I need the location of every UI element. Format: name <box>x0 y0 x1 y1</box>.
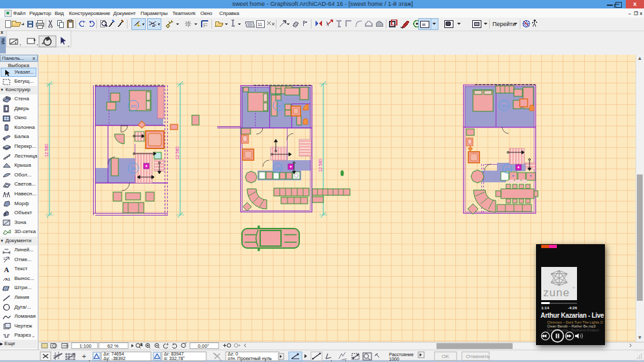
svg-text:1:100: 1:100 <box>79 343 92 349</box>
svg-text:0,00°: 0,00° <box>198 343 209 349</box>
svg-text:Δy: -38392: Δy: -38392 <box>103 356 126 361</box>
svg-text:,: , <box>345 355 347 362</box>
svg-text:,: , <box>20 40 21 46</box>
svg-text:A1: A1 <box>5 277 10 281</box>
svg-text:304: 304 <box>130 167 136 171</box>
svg-text:303: 303 <box>130 104 136 108</box>
svg-text:304: 304 <box>275 167 280 171</box>
svg-text:Отменить: Отменить <box>466 354 490 359</box>
svg-text:Перейти: Перейти <box>492 21 516 27</box>
svg-text:Arthur Kazarian - Live 1: Arthur Kazarian - Live 1 <box>541 312 605 319</box>
svg-text:12 560: 12 560 <box>44 144 49 157</box>
svg-text:303: 303 <box>275 104 281 108</box>
svg-text:Расстояние: Расстояние <box>389 352 414 357</box>
svg-text:11: 11 <box>258 22 262 27</box>
svg-text:zune: zune <box>543 286 570 299</box>
svg-text:A: A <box>4 266 9 273</box>
svg-text:Δr: 83947: Δr: 83947 <box>164 352 183 356</box>
svg-text:+: + <box>82 352 86 360</box>
svg-text:,: , <box>68 41 70 48</box>
svg-text:,: , <box>88 355 90 362</box>
svg-text:12 560: 12 560 <box>175 146 180 160</box>
svg-text:™: ™ <box>572 286 575 290</box>
svg-text:,: , <box>330 355 332 362</box>
svg-text:62 %: 62 % <box>107 343 118 349</box>
svg-text:α: 332,78°: α: 332,78° <box>164 356 185 361</box>
svg-text:,: , <box>36 40 38 46</box>
svg-text:-4:26: -4:26 <box>568 306 578 310</box>
svg-text:Δx: 74654: Δx: 74654 <box>103 352 124 356</box>
svg-text:οтн. Проектный нуль: οтн. Проектный нуль <box>228 356 272 361</box>
svg-text:12: 12 <box>3 257 7 260</box>
svg-text:303: 303 <box>501 104 507 108</box>
svg-text:Δz: 0: Δz: 0 <box>228 352 238 356</box>
svg-text:1000: 1000 <box>389 357 399 361</box>
svg-text:304: 304 <box>504 167 510 171</box>
svg-text:OK: OK <box>442 354 449 359</box>
svg-text:±: ± <box>141 342 142 346</box>
svg-text:1:14: 1:14 <box>541 306 550 310</box>
svg-text:12 560: 12 560 <box>318 159 323 172</box>
